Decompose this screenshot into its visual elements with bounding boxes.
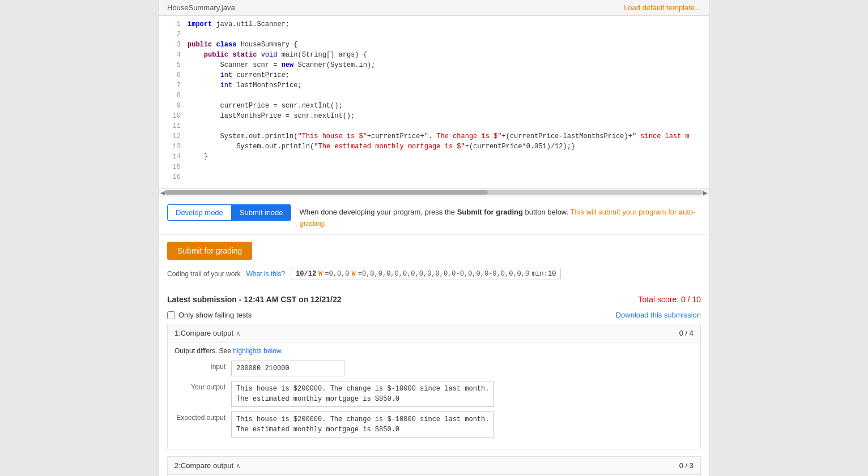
develop-mode-button[interactable]: Develop mode [168, 205, 232, 220]
filter-left: Only show failing tests [167, 311, 252, 319]
trail-count: 10/12 [296, 270, 316, 278]
failing-tests-checkbox[interactable] [167, 311, 175, 319]
test-section-2: 2:Compare output ∧ 0 / 3 Output differs.… [167, 456, 701, 476]
test-2-chevron: ∧ [236, 462, 241, 470]
test-1-expected-output-box: This house is $200000. The change is $-1… [231, 411, 494, 438]
test-1-your-output-row: Your output This house is $200000. The c… [175, 381, 693, 407]
test-1-input-label: Input [175, 361, 231, 371]
filter-row: Only show failing tests Download this su… [159, 308, 709, 324]
trail-w2: W [352, 270, 356, 278]
test-1-title: 1:Compare output ∧ [175, 329, 241, 337]
test-2-score: 0 / 3 [679, 461, 693, 470]
mode-desc-suffix: button below. [523, 208, 568, 216]
mode-desc-prefix: When done developing your program, press… [299, 208, 457, 216]
test-1-expected-output-label: Expected output [175, 411, 231, 422]
test-1-output-differs: Output differs. See highlights below. [175, 347, 693, 355]
coding-trail: Coding trail of your work What is this? … [159, 265, 709, 286]
coding-trail-bar: 10/12 W=0,0,0 W=0,0,0,0,0,0,0,0,0,0,0,0-… [291, 268, 561, 280]
download-submission-link[interactable]: Download this submission [616, 311, 701, 319]
test-1-input-box: 200000 210000 [231, 361, 344, 376]
submit-mode-button[interactable]: Submit mode [232, 205, 291, 220]
trail-dots2: =0,0,0,0,0,0,0,0,0,0,0,0-0,0,0,0-0,0,0,0… [358, 270, 529, 278]
test-1-your-output-label: Your output [175, 381, 231, 391]
submit-for-grading-button[interactable]: Submit for grading [167, 242, 252, 260]
mode-description: When done developing your program, press… [299, 204, 701, 229]
code-editor: HouseSummary.java Load default template.… [159, 0, 709, 196]
code-filename: HouseSummary.java [167, 3, 235, 12]
load-template-link[interactable]: Load default template... [624, 3, 701, 12]
test-2-title: 2:Compare output ∧ [175, 461, 241, 470]
mode-section: Develop mode Submit mode When done devel… [159, 196, 709, 235]
submission-title: Latest submission - 12:41 AM CST on 12/2… [167, 295, 342, 304]
failing-tests-label: Only show failing tests [178, 311, 252, 319]
mode-desc-bold: Submit for grading [457, 208, 523, 216]
mode-buttons: Develop mode Submit mode [167, 204, 291, 221]
test-1-your-output-box: This house is $200000. The change is $-1… [231, 381, 494, 407]
trail-dots1: =0,0,0 [325, 270, 349, 278]
test-1-header[interactable]: 1:Compare output ∧ 0 / 4 [168, 324, 700, 342]
test-1-input-row: Input 200000 210000 [175, 361, 693, 376]
what-is-this-link[interactable]: What is this? [246, 270, 285, 278]
test-1-chevron: ∧ [236, 329, 241, 337]
submission-header: Latest submission - 12:41 AM CST on 12/2… [159, 286, 709, 308]
test-1-score: 0 / 4 [679, 329, 693, 337]
test-1-body: Output differs. See highlights below. In… [168, 342, 700, 449]
test-2-header[interactable]: 2:Compare output ∧ 0 / 3 [168, 457, 700, 475]
trail-min: min:10 [531, 270, 556, 278]
horizontal-scrollbar[interactable]: ◀ ▶ [159, 188, 709, 196]
code-body: 1import java.util.Scanner; 2 3public cla… [159, 16, 709, 188]
highlights-link-1[interactable]: highlights below. [233, 347, 283, 355]
total-score: Total score: 0 / 10 [638, 295, 701, 304]
submit-section: Submit for grading [159, 235, 709, 265]
scroll-right-arrow[interactable]: ▶ [702, 188, 709, 196]
trail-w1: W [318, 270, 322, 278]
coding-trail-label: Coding trail of your work [167, 270, 240, 278]
test-1-expected-output-row: Expected output This house is $200000. T… [175, 411, 693, 438]
test-section-1: 1:Compare output ∧ 0 / 4 Output differs.… [167, 324, 701, 449]
